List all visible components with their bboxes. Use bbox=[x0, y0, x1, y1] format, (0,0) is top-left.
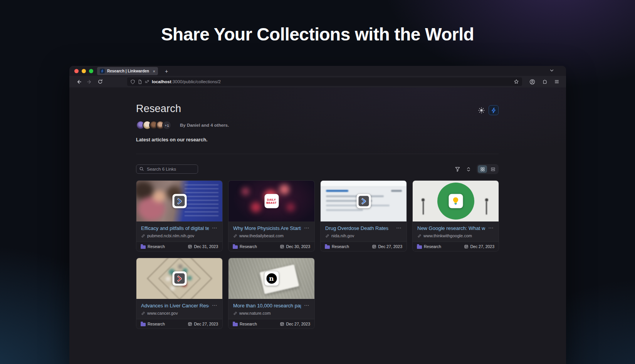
browser-tab[interactable]: Research | Linkwarden × bbox=[97, 67, 158, 75]
link-title[interactable]: More than 10,000 research papers ... bbox=[233, 303, 301, 309]
url-text[interactable]: localhost:3000/public/collections/2 bbox=[152, 79, 511, 84]
more-options-icon[interactable]: ⋯ bbox=[396, 225, 402, 230]
favicon-text: BEAST bbox=[266, 201, 276, 204]
folder-icon bbox=[417, 245, 422, 249]
link-title[interactable]: New Google research: What we no... bbox=[417, 225, 485, 231]
link-thumbnail bbox=[136, 258, 222, 299]
link-title[interactable]: Why More Physicists Are Starting to... bbox=[233, 225, 301, 231]
thumbnail-text-lines bbox=[185, 185, 218, 218]
thinkwithgoogle-favicon bbox=[449, 194, 463, 208]
member-avatars: +1 bbox=[136, 121, 171, 130]
desktop-background: { "hero": { "title": "Share Your Collect… bbox=[0, 0, 635, 364]
pubmed-favicon bbox=[172, 194, 186, 208]
url-host: localhost bbox=[152, 79, 171, 84]
link-url: pubmed.ncbi.nlm.nih.gov bbox=[147, 233, 194, 238]
more-options-icon[interactable]: ⋯ bbox=[304, 225, 310, 230]
link-icon bbox=[141, 234, 145, 238]
navigation-toolbar: localhost:3000/public/collections/2 bbox=[69, 76, 566, 87]
links-grid: Efficacy and pitfalls of digital techn..… bbox=[136, 180, 499, 329]
collection-label: Research bbox=[424, 244, 441, 249]
filter-icon[interactable] bbox=[455, 166, 460, 172]
sort-icon[interactable] bbox=[466, 166, 471, 172]
theme-toggle-sun-icon[interactable] bbox=[478, 107, 485, 114]
back-icon[interactable] bbox=[74, 77, 83, 86]
new-tab-button[interactable]: + bbox=[163, 67, 170, 75]
cancergov-favicon bbox=[172, 272, 186, 286]
tab-title: Research | Linkwarden bbox=[107, 69, 151, 73]
collection-label: Research bbox=[240, 322, 257, 326]
link-thumbnail: DAILYBEAST bbox=[228, 181, 314, 221]
calendar-icon bbox=[280, 322, 284, 326]
link-thumbnail bbox=[136, 181, 222, 221]
link-date: Dec 30, 2023 bbox=[286, 244, 310, 249]
extensions-icon[interactable] bbox=[540, 77, 549, 86]
permissions-icon[interactable] bbox=[144, 79, 150, 84]
dailybeast-favicon: DAILYBEAST bbox=[264, 194, 279, 208]
address-bar[interactable]: localhost:3000/public/collections/2 bbox=[127, 77, 522, 86]
collection-label: Research bbox=[332, 244, 349, 249]
link-thumbnail: n bbox=[228, 258, 314, 299]
link-icon bbox=[325, 234, 329, 238]
view-toggle bbox=[477, 164, 499, 174]
list-view-icon[interactable] bbox=[488, 165, 497, 173]
folder-icon bbox=[233, 323, 238, 326]
link-thumbnail bbox=[413, 181, 499, 221]
page-content: Research +1 By Daniel and 4 others. Late… bbox=[69, 87, 566, 364]
account-icon[interactable] bbox=[527, 77, 537, 86]
search-box bbox=[136, 164, 198, 174]
forward-icon[interactable] bbox=[85, 77, 94, 86]
list-controls bbox=[455, 164, 499, 174]
collection-title: Research bbox=[136, 103, 499, 115]
url-path: :3000/public/collections/2 bbox=[171, 79, 221, 84]
more-options-icon[interactable]: ⋯ bbox=[304, 303, 310, 307]
maximize-window-button[interactable] bbox=[89, 69, 93, 73]
search-input[interactable] bbox=[136, 164, 198, 174]
minimize-window-button[interactable] bbox=[82, 69, 86, 73]
nida-favicon bbox=[356, 194, 371, 208]
reload-icon[interactable] bbox=[96, 77, 105, 86]
more-options-icon[interactable]: ⋯ bbox=[212, 225, 218, 230]
collection-label: Research bbox=[240, 244, 257, 249]
link-icon bbox=[141, 311, 145, 315]
link-card[interactable]: n More than 10,000 research papers ... ⋯… bbox=[228, 258, 315, 329]
link-icon bbox=[417, 234, 422, 238]
browser-window: Research | Linkwarden × + lo bbox=[69, 66, 566, 364]
link-title[interactable]: Efficacy and pitfalls of digital techn..… bbox=[141, 225, 209, 231]
link-url: www.cancer.gov bbox=[147, 311, 178, 315]
link-url: www.thinkwithgoogle.com bbox=[423, 233, 472, 238]
link-card[interactable]: New Google research: What we no... ⋯ www… bbox=[412, 180, 499, 252]
collection-container: Research +1 By Daniel and 4 others. Late… bbox=[136, 103, 499, 329]
hero-title: Share Your Collections with the World bbox=[0, 24, 635, 45]
link-date: Dec 27, 2023 bbox=[378, 244, 402, 249]
link-card[interactable]: DAILYBEAST Why More Physicists Are Start… bbox=[228, 180, 315, 252]
calendar-icon bbox=[280, 244, 284, 249]
more-options-icon[interactable]: ⋯ bbox=[488, 225, 494, 230]
link-title[interactable]: Advances in Liver Cancer Research bbox=[141, 303, 209, 309]
folder-icon bbox=[233, 245, 238, 249]
link-date: Dec 27, 2023 bbox=[286, 322, 310, 326]
close-window-button[interactable] bbox=[74, 69, 79, 73]
link-card[interactable]: Drug Overdose Death Rates ⋯ nida.nih.gov… bbox=[320, 180, 407, 252]
more-options-icon[interactable]: ⋯ bbox=[212, 303, 218, 307]
shield-icon[interactable] bbox=[130, 79, 135, 84]
link-card[interactable]: Advances in Liver Cancer Research ⋯ www.… bbox=[136, 258, 223, 329]
calendar-icon bbox=[188, 322, 192, 326]
list-all-tabs-icon[interactable] bbox=[549, 68, 554, 73]
page-info-icon[interactable] bbox=[138, 79, 142, 84]
link-date: Dec 27, 2023 bbox=[194, 322, 218, 326]
toolbar-actions bbox=[527, 77, 561, 86]
calendar-icon bbox=[188, 244, 192, 249]
link-title[interactable]: Drug Overdose Death Rates bbox=[325, 225, 393, 231]
calendar-icon bbox=[464, 244, 469, 249]
close-tab-icon[interactable]: × bbox=[153, 69, 155, 74]
grid-view-icon[interactable] bbox=[478, 165, 487, 173]
link-url: nida.nih.gov bbox=[331, 233, 354, 238]
link-url: www.thedailybeast.com bbox=[239, 233, 284, 238]
link-card[interactable]: Efficacy and pitfalls of digital techn..… bbox=[136, 180, 223, 252]
menu-hamburger-icon[interactable] bbox=[552, 77, 561, 86]
link-date: Dec 27, 2023 bbox=[470, 244, 494, 249]
link-icon bbox=[233, 311, 237, 315]
linkwarden-logo[interactable] bbox=[489, 105, 499, 115]
calendar-icon bbox=[372, 244, 376, 249]
bookmark-star-icon[interactable] bbox=[514, 79, 519, 84]
